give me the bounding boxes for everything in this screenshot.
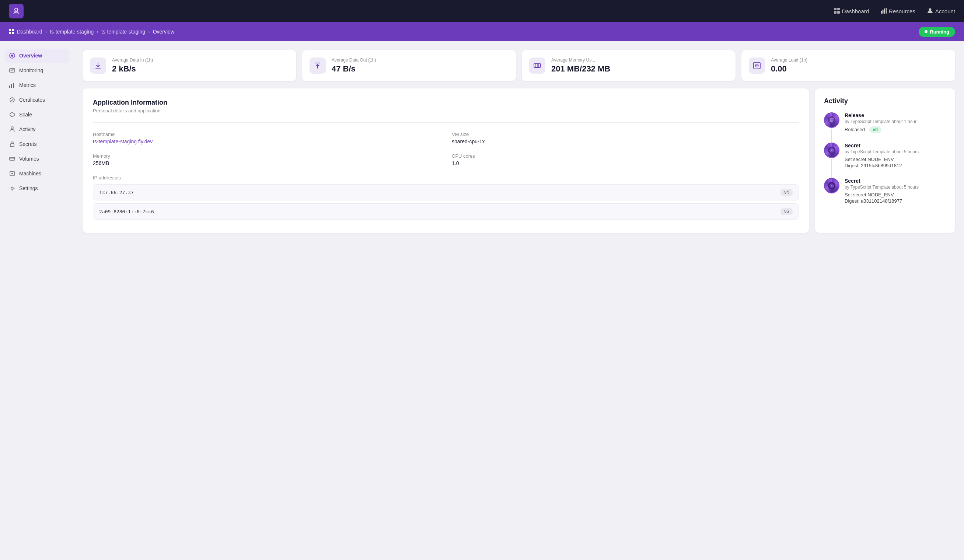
settings-icon [9,185,15,192]
cpu-label: CPU cores [452,153,799,159]
breadcrumb: Dashboard › ts-template-staging › ts-tem… [9,29,174,35]
svg-point-40 [831,150,832,151]
activity-meta-release: by TypeScript Template about 1 hour [845,119,946,124]
secrets-icon [9,141,15,147]
breadcrumb-sep-1: › [45,29,47,35]
svg-rect-2 [834,8,837,10]
logo-icon [9,4,24,18]
sidebar-item-secrets[interactable]: Secrets [5,137,69,151]
activity-content-release: Release by TypeScript Template about 1 h… [845,112,946,134]
main-layout: Overview Monitoring Metrics Certificates… [0,41,964,560]
sidebar-item-overview[interactable]: Overview [5,49,69,63]
info-field-cpu: CPU cores 1.0 [452,153,799,166]
activity-avatar-secret-1 [824,143,839,158]
sidebar-item-activity[interactable]: Activity [5,122,69,136]
release-version-badge: v0 [869,126,881,133]
dashboard-nav-icon [834,8,840,15]
sidebar-label-monitoring: Monitoring [19,67,43,73]
activity-icon [9,126,15,133]
activity-content-secret-2: Secret by TypeScript Template about 5 ho… [845,178,946,205]
sidebar: Overview Monitoring Metrics Certificates… [0,41,74,560]
account-nav-link[interactable]: Account [927,8,955,15]
sidebar-label-settings: Settings [19,185,38,191]
svg-rect-11 [9,29,11,31]
breadcrumb-item-dashboard[interactable]: Dashboard [17,29,42,35]
stat-label-data-out: Average Data Out (1h) [332,57,508,63]
svg-rect-13 [9,32,11,34]
resources-nav-icon [881,8,887,15]
activity-meta-secret-1: by TypeScript Template about 5 hours [845,149,946,155]
activity-avatar-inner [825,113,839,127]
breadcrumb-item-app2[interactable]: ts-template-staging [101,29,145,35]
sidebar-item-volumes[interactable]: Volumes [5,152,69,166]
activity-meta-secret-2: by TypeScript Template about 5 hours [845,185,946,190]
sidebar-label-overview: Overview [19,53,42,59]
svg-rect-23 [10,144,14,147]
sidebar-item-monitoring[interactable]: Monitoring [5,63,69,77]
vmsize-label: VM size [452,132,799,137]
ip-address-v4: 137.66.27.37 [99,190,134,195]
sidebar-item-scale[interactable]: Scale [5,107,69,122]
svg-rect-5 [837,11,840,14]
svg-point-16 [11,55,13,57]
sidebar-item-metrics[interactable]: Metrics [5,78,69,92]
certificates-icon [9,96,15,103]
ip-badge-v4: v4 [780,189,793,195]
account-nav-label: Account [935,8,955,15]
load-icon [749,57,765,74]
sidebar-label-scale: Scale [19,112,32,117]
activity-event-title-secret-1: Secret [845,143,946,148]
main-content: Average Data In (1h) 2 kB/s Average Data… [74,41,964,560]
hostname-label: Hostname [93,132,440,137]
scale-icon [9,111,15,118]
sidebar-label-certificates: Certificates [19,97,45,103]
released-text: Released [845,127,865,132]
svg-point-43 [831,185,832,186]
activity-digest-secret-1: Digest: 2915fc8b899d1812 [845,163,946,168]
memory-label: Memory [93,153,440,159]
stat-label-data-in: Average Data In (1h) [112,57,289,63]
sidebar-label-metrics: Metrics [19,82,36,88]
logo[interactable] [9,4,24,18]
svg-rect-7 [883,10,884,14]
sidebar-label-activity: Activity [19,126,35,132]
stat-card-load: Average Load (1h) 0.00 [741,50,955,81]
activity-item-secret-1: Secret by TypeScript Template about 5 ho… [824,143,946,169]
activity-title: Activity [824,97,946,105]
stat-label-memory: Average Memory Us... [551,57,728,63]
activity-avatar-release [824,112,839,128]
stat-value-load: 0.00 [771,64,948,74]
svg-point-27 [11,173,13,174]
status-badge: Running [919,27,955,37]
overview-icon [9,52,15,59]
sidebar-item-certificates[interactable]: Certificates [5,93,69,107]
activity-event-title-secret-2: Secret [845,178,946,184]
stat-label-load: Average Load (1h) [771,57,948,63]
info-field-hostname: Hostname ts-template-staging.fly.dev [93,132,440,145]
sidebar-item-machines[interactable]: Machines [5,166,69,181]
stat-info-data-in: Average Data In (1h) 2 kB/s [112,57,289,74]
dashboard-nav-link[interactable]: Dashboard [834,8,869,15]
svg-point-10 [929,8,931,11]
stat-card-data-out: Average Data Out (1h) 47 B/s [302,50,516,81]
app-info-card: Application Information Personal details… [83,88,809,233]
svg-rect-14 [12,32,14,34]
activity-avatar-inner-2 [825,143,839,157]
activity-content-secret-1: Secret by TypeScript Template about 5 ho… [845,143,946,169]
hostname-value[interactable]: ts-template-staging.fly.dev [93,138,440,145]
stat-info-data-out: Average Data Out (1h) 47 B/s [332,57,508,74]
status-dot [925,30,928,33]
stat-card-data-in: Average Data In (1h) 2 kB/s [83,50,296,81]
resources-nav-link[interactable]: Resources [881,8,915,15]
svg-point-28 [11,187,13,189]
info-field-vmsize: VM size shared-cpu-1x [452,132,799,145]
ip-badge-v6: v6 [780,208,793,215]
breadcrumb-item-app1[interactable]: ts-template-staging [50,29,94,35]
top-navigation: Dashboard Resources Account [0,0,964,22]
bottom-row: Application Information Personal details… [83,88,955,233]
info-field-memory: Memory 256MB [93,153,440,166]
stat-value-memory: 201 MB/232 MB [551,64,728,74]
sidebar-item-settings[interactable]: Settings [5,181,69,195]
app-info-subtitle: Personal details and application. [93,108,799,114]
svg-point-35 [757,65,758,66]
